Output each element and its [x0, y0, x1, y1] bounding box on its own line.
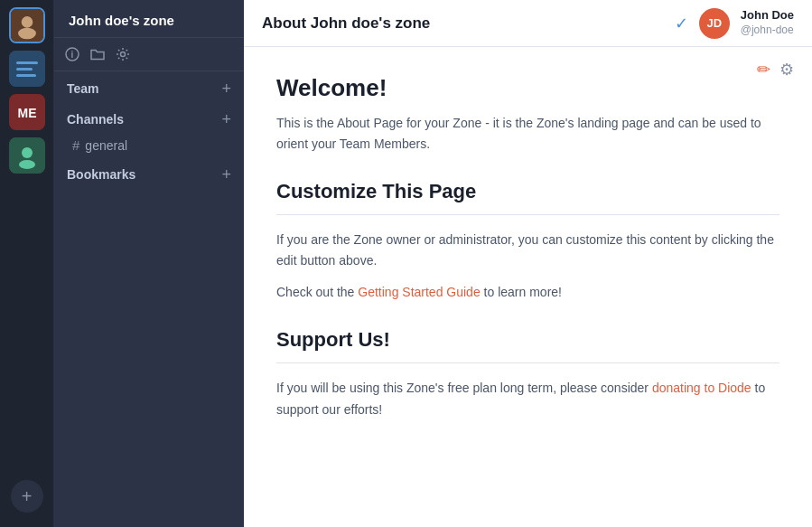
svg-point-1 — [21, 16, 33, 28]
user-name: John Doe — [741, 8, 794, 24]
main-panel: About John doe's zone ✓ JD John Doe @joh… — [244, 0, 812, 527]
add-team-button[interactable]: + — [221, 80, 231, 97]
sidebar-zone-name: John doe's zone — [54, 0, 244, 38]
folder-icon[interactable] — [90, 47, 105, 61]
after-link-text: to learn more! — [481, 285, 562, 299]
svg-point-2 — [18, 28, 36, 40]
check-out-prefix: Check out the — [276, 285, 358, 299]
svg-text:ME: ME — [17, 106, 36, 120]
info-icon[interactable]: i — [65, 47, 79, 61]
channels-label: Channels — [67, 112, 124, 127]
support-section: Support Us! If you will be using this Zo… — [276, 328, 779, 419]
section-divider-2 — [276, 362, 779, 363]
bookmarks-label: Bookmarks — [67, 167, 135, 182]
customize-text: If you are the Zone owner or administrat… — [276, 230, 779, 271]
team-section-header: Team + — [54, 71, 244, 102]
user-avatar[interactable]: JD — [699, 8, 730, 39]
svg-point-14 — [121, 52, 126, 57]
user-handle: @john-doe — [741, 24, 794, 38]
confirm-icon[interactable]: ✓ — [675, 14, 688, 33]
sidebar-toolbar: i — [54, 38, 244, 71]
channels-section-header: Channels + — [54, 102, 244, 133]
add-bookmark-button[interactable]: + — [221, 166, 231, 183]
icon-bar: ME + — [0, 0, 54, 527]
sidebar: John doe's zone i Team + Channels + # — [54, 0, 244, 527]
channel-general[interactable]: # general — [54, 133, 244, 157]
workspace-icon-1[interactable] — [9, 7, 45, 43]
settings-icon[interactable] — [116, 47, 130, 61]
svg-text:i: i — [71, 50, 74, 60]
channel-general-label: general — [85, 138, 127, 153]
support-title: Support Us! — [276, 328, 779, 352]
header-right: ✓ JD John Doe @john-doe — [675, 8, 794, 39]
workspace-icon-4[interactable] — [9, 137, 45, 174]
customize-section: Customize This Page If you are the Zone … — [276, 180, 779, 303]
svg-point-11 — [19, 160, 35, 169]
main-content: ✏ ⚙ Welcome! This is the About Page for … — [244, 47, 812, 527]
add-workspace-button[interactable]: + — [11, 480, 43, 513]
edit-button[interactable]: ✏ — [757, 60, 770, 80]
welcome-text: This is the About Page for your Zone - i… — [276, 113, 779, 155]
page-title: About John doe's zone — [262, 14, 430, 33]
welcome-title: Welcome! — [276, 74, 779, 102]
svg-point-10 — [22, 147, 33, 158]
svg-rect-5 — [16, 68, 33, 71]
user-info: John Doe @john-doe — [741, 8, 794, 37]
workspace-icon-3[interactable]: ME — [9, 94, 45, 130]
getting-started-link[interactable]: Getting Started Guide — [358, 285, 480, 299]
content-settings-button[interactable]: ⚙ — [779, 60, 794, 80]
support-text: If you will be using this Zone's free pl… — [276, 378, 779, 419]
svg-rect-6 — [16, 74, 36, 77]
section-divider-1 — [276, 214, 779, 215]
team-label: Team — [67, 81, 99, 96]
channel-hash-icon: # — [72, 137, 79, 153]
donate-link[interactable]: donating to Diode — [652, 381, 751, 395]
svg-rect-4 — [16, 61, 38, 64]
support-text-before: If you will be using this Zone's free pl… — [276, 381, 652, 395]
welcome-section: Welcome! This is the About Page for your… — [276, 74, 779, 155]
add-channel-button[interactable]: + — [221, 111, 231, 127]
main-header: About John doe's zone ✓ JD John Doe @joh… — [244, 0, 812, 47]
customize-title: Customize This Page — [276, 180, 779, 203]
workspace-icon-2[interactable] — [9, 51, 45, 87]
content-actions: ✏ ⚙ — [757, 60, 794, 80]
customize-guide-text: Check out the Getting Started Guide to l… — [276, 282, 779, 303]
bookmarks-section-header: Bookmarks + — [54, 157, 244, 188]
